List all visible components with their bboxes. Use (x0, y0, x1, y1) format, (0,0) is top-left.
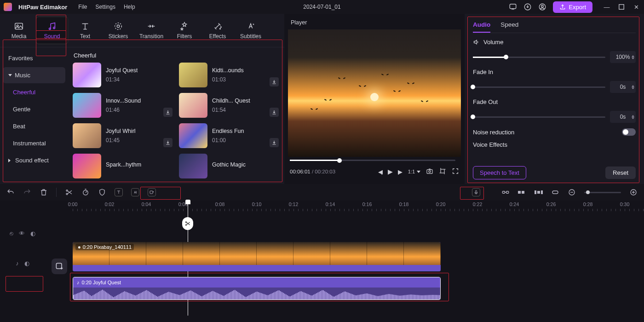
timeline-toolbar (0, 184, 644, 201)
volume-label: Volume (473, 39, 636, 46)
reset-button[interactable]: Reset (605, 167, 636, 179)
tab-subtitles[interactable]: Subtitles (235, 17, 267, 44)
sidebar-item-music[interactable]: Music (3, 67, 65, 83)
close-icon[interactable]: ✕ (632, 3, 640, 11)
tab-text[interactable]: Text (69, 17, 101, 44)
tab-transition[interactable]: Transition (135, 17, 167, 44)
scrub-bar[interactable] (290, 160, 455, 161)
noise-reduction-label: Noise reduction (473, 129, 514, 136)
record-voiceover-icon[interactable] (472, 188, 480, 196)
sidebar-item-instrumental[interactable]: Instrumental (3, 135, 65, 151)
fadein-slider[interactable] (473, 86, 605, 88)
svg-point-17 (66, 193, 68, 195)
split-icon[interactable] (65, 188, 73, 196)
playhead-split-icon[interactable] (182, 217, 193, 230)
audio-clip[interactable]: ♪ 0:20 Joyful Quest (73, 277, 441, 300)
tab-stickers[interactable]: Stickers (102, 17, 134, 44)
sound-card[interactable]: Joyful Whirl 01:45 (73, 123, 173, 148)
maximize-icon[interactable] (617, 3, 626, 11)
mute-icon[interactable]: ◐ (30, 230, 35, 237)
lock-icon[interactable]: ⎋ (10, 230, 13, 237)
link-icon[interactable] (501, 188, 510, 196)
download-icon[interactable] (270, 108, 279, 117)
speech-to-text-button[interactable]: Speech to Text (473, 166, 526, 179)
inspector-tab-speed[interactable]: Speed (500, 17, 518, 33)
sound-card[interactable]: Gothic Magic (179, 154, 280, 178)
export-clip-icon[interactable] (148, 188, 156, 196)
volume-slider[interactable] (473, 57, 605, 58)
sound-card[interactable]: Kidti...ounds 01:03 (179, 63, 280, 87)
zoom-slider[interactable] (584, 192, 621, 193)
library-tabs: Media Sound Text Stickers Transition Fil… (0, 14, 284, 47)
ruler-label: 0:10 (252, 201, 261, 207)
time-ruler[interactable]: 0:000:020:040:060:080:100:120:140:160:18… (73, 201, 644, 214)
zoom-out-icon[interactable] (568, 188, 576, 196)
menu-file[interactable]: File (78, 4, 87, 10)
inspector-tab-audio[interactable]: Audio (473, 17, 490, 33)
sound-card[interactable]: Joyful Quest 01:34 (73, 63, 173, 87)
svg-point-12 (220, 27, 221, 28)
snapshot-icon[interactable] (426, 167, 433, 176)
noise-reduction-toggle[interactable] (622, 128, 636, 136)
tab-effects[interactable]: Effects (201, 17, 234, 44)
tracks-area[interactable]: 0:000:020:040:060:080:100:120:140:160:18… (45, 201, 644, 322)
sidebar-item-favorites[interactable]: Favorites (3, 50, 65, 66)
download-icon[interactable] (270, 77, 279, 86)
zoom-in-icon[interactable] (629, 188, 638, 196)
export-button[interactable]: Export (553, 1, 592, 13)
redo-icon[interactable] (23, 188, 31, 196)
fadeout-value[interactable]: 0s (610, 111, 636, 123)
download-icon[interactable] (163, 108, 172, 117)
aspect-ratio-select[interactable]: 1:1 (408, 169, 420, 174)
fullscreen-icon[interactable] (452, 167, 459, 176)
library-sidebar: Favorites Music Cheerful Gentle Beat Ins… (0, 47, 68, 184)
sidebar-item-soundeffect[interactable]: Sound effect (3, 152, 65, 168)
menu-help[interactable]: Help (124, 4, 135, 10)
video-preview[interactable] (288, 29, 461, 157)
audio-icon[interactable]: ♪ (16, 260, 19, 267)
crop-icon[interactable] (439, 167, 446, 176)
delete-icon[interactable] (40, 188, 48, 196)
menu-settings[interactable]: Settings (96, 4, 115, 10)
fit-icon[interactable] (551, 188, 559, 196)
ruler-label: 0:26 (546, 201, 556, 207)
marker2-icon[interactable] (535, 188, 543, 196)
sound-card[interactable]: Innov...Sound 01:46 (73, 93, 173, 118)
tab-filters[interactable]: Filters (168, 17, 201, 44)
fadeout-slider[interactable] (473, 116, 605, 118)
ruler-label: 0:22 (473, 201, 482, 207)
sidebar-item-beat[interactable]: Beat (3, 118, 65, 134)
account-icon[interactable] (538, 3, 546, 11)
fadein-value[interactable]: 0s (610, 81, 636, 93)
feedback-icon[interactable] (509, 3, 517, 11)
download-icon[interactable] (163, 138, 172, 147)
speed-icon[interactable] (81, 188, 90, 196)
sound-card[interactable]: Childh... Quest 01:54 (179, 93, 280, 118)
tab-media[interactable]: Media (3, 17, 35, 44)
sidebar-item-gentle[interactable]: Gentle (3, 101, 65, 117)
mask-icon[interactable] (98, 188, 106, 196)
app-menu: File Settings Help (78, 4, 135, 10)
sidebar-item-cheerful[interactable]: Cheerful (3, 84, 65, 100)
download-icon[interactable] (523, 3, 532, 11)
minimize-icon[interactable]: ― (603, 3, 611, 11)
ai-tool-icon[interactable] (131, 188, 139, 196)
next-frame-icon[interactable]: |▶ (398, 168, 402, 175)
svg-rect-22 (506, 191, 509, 194)
sound-card[interactable]: Spark...hythm (73, 154, 173, 178)
sound-card[interactable]: Endless Fun 01:00 (179, 123, 280, 148)
video-clip[interactable]: ● 0:20 Pixabay_140111 (73, 242, 441, 271)
tab-sound[interactable]: Sound (36, 17, 68, 44)
download-icon[interactable] (270, 138, 279, 147)
eye-icon[interactable]: 👁 (19, 230, 25, 237)
svg-rect-0 (510, 4, 517, 9)
play-icon[interactable]: ▶ (388, 168, 393, 175)
sound-title: Joyful Whirl (106, 128, 136, 134)
undo-icon[interactable] (6, 188, 15, 196)
volume-value[interactable]: 100% (610, 51, 636, 63)
prev-frame-icon[interactable]: ◀| (378, 168, 382, 175)
project-title: 2024-07-01_01 (142, 4, 503, 10)
marker-icon[interactable] (518, 188, 526, 196)
text-tool-icon[interactable] (115, 188, 123, 196)
mute-icon[interactable]: ◐ (24, 260, 29, 267)
